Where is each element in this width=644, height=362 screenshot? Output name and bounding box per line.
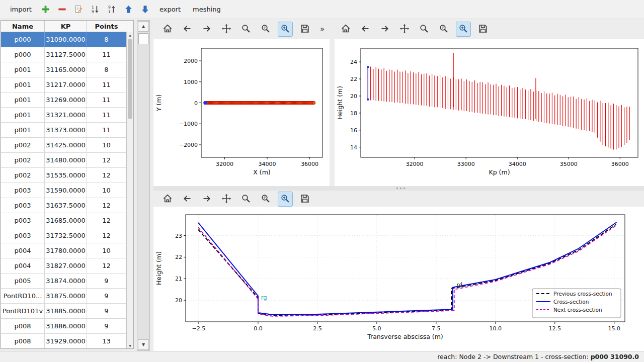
table-row[interactable]: p00231425.000010	[1, 138, 133, 153]
table-scroll-down-icon[interactable]: ▼	[127, 342, 133, 348]
table-row[interactable]: p00431827.000012	[1, 258, 133, 274]
table-row[interactable]: p00131165.00008	[1, 62, 133, 77]
xy-plot[interactable]: 320003400036000−2000−1000010002000X (m)Y…	[153, 39, 330, 186]
table-row[interactable]: p00231480.000012	[1, 153, 133, 168]
move-down-icon	[140, 5, 150, 14]
forward-button[interactable]	[199, 22, 214, 37]
scroll-down-button[interactable]: ▼	[138, 339, 149, 350]
table-cell: 31637.5000	[45, 198, 87, 213]
export-button[interactable]: export	[154, 3, 186, 16]
svg-text:18: 18	[350, 110, 357, 117]
remove-button[interactable]	[55, 3, 69, 17]
figure-options-button[interactable]	[258, 192, 273, 207]
save-icon	[478, 24, 488, 35]
svg-text:14: 14	[350, 144, 357, 151]
table-scrollbar-thumb[interactable]	[128, 39, 132, 119]
pan-icon	[221, 194, 231, 205]
pan-button[interactable]	[397, 22, 412, 37]
table-body: p00031090.00008p00031127.500011p00131165…	[1, 32, 133, 349]
table-row[interactable]: p00531874.00009	[1, 274, 133, 289]
svg-text:32000: 32000	[406, 161, 424, 167]
table-cell: 31685.0000	[45, 213, 87, 228]
splitter-handle[interactable]	[153, 186, 644, 191]
table-row[interactable]: p00131217.000011	[1, 77, 133, 93]
table-row[interactable]: p00331685.000012	[1, 213, 133, 228]
svg-text:23: 23	[175, 233, 182, 239]
figure-options-button[interactable]	[258, 22, 273, 37]
table-cell: 8	[87, 32, 126, 47]
cross-section-plot-toolbar	[160, 192, 317, 207]
table-scroll-up-icon[interactable]: ▲	[127, 32, 133, 38]
table-row[interactable]: p00231535.000012	[1, 168, 133, 183]
save-button[interactable]	[297, 192, 312, 207]
table-cell: p001	[1, 62, 45, 77]
zoom-rect-icon	[280, 24, 290, 35]
add-button[interactable]	[39, 3, 53, 17]
forward-icon	[380, 24, 390, 35]
cross-section-plot[interactable]: −2.50.02.55.07.510.012.515.020212223Tran…	[153, 207, 644, 351]
back-button[interactable]	[180, 192, 195, 207]
sort-ascending-button[interactable]: 91	[105, 3, 119, 17]
svg-text:Next cross-section: Next cross-section	[553, 307, 602, 313]
sort-descending-button[interactable]: 19	[89, 3, 103, 17]
zoom-rect-button[interactable]	[278, 22, 293, 37]
table-row[interactable]: p00131269.000011	[1, 93, 133, 108]
table-header: NameKPPoints	[1, 21, 133, 32]
back-button[interactable]	[180, 22, 195, 37]
svg-text:35000: 35000	[560, 161, 578, 167]
forward-button[interactable]	[377, 22, 392, 37]
table-cell: 31535.0000	[45, 168, 87, 183]
move-down-button[interactable]	[138, 3, 152, 17]
table-row[interactable]: p00831929.000013	[1, 334, 133, 349]
zoom-button[interactable]	[238, 192, 254, 207]
svg-text:Previous cross-section: Previous cross-section	[553, 291, 612, 297]
scroll-up-button[interactable]: ▲	[138, 21, 149, 32]
table-row[interactable]: p00831886.00009	[1, 319, 133, 334]
forward-button[interactable]	[199, 192, 214, 207]
home-button[interactable]	[338, 22, 353, 37]
status-text: reach: Node 2 -> Downstream 1 - cross-se…	[437, 353, 588, 360]
table-row[interactable]: p00131373.000011	[1, 123, 133, 138]
home-button[interactable]	[160, 192, 175, 207]
back-button[interactable]	[358, 22, 373, 37]
pan-button[interactable]	[219, 192, 234, 207]
column-header-name[interactable]: Name	[1, 21, 45, 32]
table-scrollbar[interactable]: ▲ ▼	[126, 32, 133, 348]
zoom-button[interactable]	[417, 22, 432, 37]
table-row[interactable]: p00031127.500011	[1, 47, 133, 62]
table-cell: PontRD101v	[1, 304, 45, 319]
zoom-button[interactable]	[238, 22, 254, 37]
pan-button[interactable]	[219, 22, 234, 37]
zoom-rect-button[interactable]	[278, 192, 293, 207]
forward-icon	[202, 24, 212, 35]
svg-text:Kp (m): Kp (m)	[489, 168, 510, 176]
table-row[interactable]: PontRD101v31885.00009	[1, 304, 133, 319]
import-button[interactable]: import	[5, 3, 37, 16]
save-button[interactable]	[475, 22, 491, 37]
meshing-button[interactable]: meshing	[188, 3, 226, 16]
move-up-button[interactable]	[122, 3, 136, 17]
column-header-points[interactable]: Points	[87, 21, 126, 32]
table-row[interactable]: p00031090.00008	[1, 32, 133, 47]
edit-button[interactable]	[72, 3, 86, 17]
table-row[interactable]: p00331732.500012	[1, 228, 133, 243]
figure-options-button[interactable]	[436, 22, 451, 37]
forward-icon	[202, 194, 212, 205]
longitudinal-profile-plot[interactable]: 3200033000340003500036000141618202224Kp …	[335, 39, 644, 186]
panel-scrollbar-thumb[interactable]	[138, 33, 148, 44]
table-row[interactable]: PontRD10...31875.00009	[1, 289, 133, 304]
table-row[interactable]: p00431780.000010	[1, 243, 133, 258]
panel-scrollbar[interactable]: ▲ ▼	[137, 20, 150, 351]
home-button[interactable]	[160, 22, 175, 37]
save-button[interactable]	[297, 22, 312, 37]
svg-text:Cross-section: Cross-section	[553, 299, 589, 305]
table-row[interactable]: p00331637.500012	[1, 198, 133, 213]
toolbar-overflow-chevron[interactable]: »	[320, 25, 325, 34]
table-row[interactable]: p00331590.000010	[1, 183, 133, 198]
table-row[interactable]: p00131321.000011	[1, 108, 133, 123]
svg-text:36000: 36000	[611, 161, 629, 167]
column-header-kp[interactable]: KP	[45, 21, 87, 32]
table-cell: p002	[1, 168, 45, 183]
zoom-rect-button[interactable]	[456, 22, 471, 37]
svg-text:21: 21	[175, 276, 182, 282]
